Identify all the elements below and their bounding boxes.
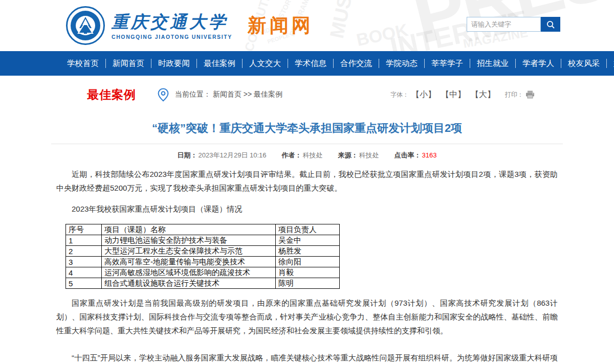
location-pin-icon xyxy=(158,88,169,102)
table-header-row: 序号项目（课题）名称项目负责人 xyxy=(66,224,340,235)
table-cell: 1 xyxy=(66,235,102,246)
date-label: 日期： xyxy=(178,151,198,159)
table-cell: 徐向阳 xyxy=(276,257,340,267)
nav-item-9[interactable]: 招生就业 xyxy=(470,59,516,68)
search-input[interactable] xyxy=(467,17,541,32)
site-header: PRESSCOMPUTERMUSICBOOKINTERNETHISTORYPRO… xyxy=(0,0,614,51)
page-tools: 字体： 【小】【中】【大】 打印： xyxy=(390,89,535,100)
table-cell: 4 xyxy=(66,267,102,278)
table-cell: 2 xyxy=(66,246,102,257)
site-name: 新闻网 xyxy=(248,13,314,38)
main-nav: 学校首页新闻首页时政要闻最佳案例人文交大学术信息合作交流学院动态莘莘学子招生就业… xyxy=(0,51,614,76)
nav-item-6[interactable]: 合作交流 xyxy=(334,59,379,68)
nav-item-5[interactable]: 学术信息 xyxy=(288,59,334,68)
nav-item-1[interactable]: 新闻首页 xyxy=(106,59,151,68)
breadcrumb-row: 最佳案例 当前位置： 新闻首页 >> 最佳案例 字体： 【小】【中】【大】 打印… xyxy=(51,80,563,109)
table-row: 2大型运河工程水生态安全保障技术与示范杨胜发 xyxy=(66,246,340,257)
table-row: 3高效高可靠空-地能量传输与电能变换技术徐向阳 xyxy=(66,257,340,267)
nav-item-8[interactable]: 莘莘学子 xyxy=(425,59,470,68)
font-size-button-0[interactable]: 【小】 xyxy=(411,90,436,99)
paragraph: 国家重点研发计划是当前我国最高级别的研发项目，由原来的国家重点基础研究发展计划（… xyxy=(56,296,558,337)
section-title: 最佳案例 xyxy=(87,87,136,103)
paragraphs-before-table: 近期，科技部陆续公布2023年度国家重点研发计划项目评审结果。截止目前，我校已经… xyxy=(56,167,558,216)
nav-item-11[interactable]: 校友风采 xyxy=(561,59,607,68)
table-header-cell: 项目负责人 xyxy=(276,224,340,235)
paragraph: “十四五”开局以来，学校主动融入服务国家重大发展战略，瞄准关键核心技术等重大战略… xyxy=(56,351,558,364)
location-label: 当前位置： xyxy=(175,90,211,98)
table-cell: 陈明 xyxy=(276,278,340,289)
meta-author: 作者：科技处 xyxy=(282,151,323,160)
paragraphs-after-table: 国家重点研发计划是当前我国最高级别的研发项目，由原来的国家重点基础研究发展计划（… xyxy=(56,296,558,364)
table-cell: 高效高可靠空-地能量传输与电能变换技术 xyxy=(102,257,276,267)
nav-item-0[interactable]: 学校首页 xyxy=(60,59,106,68)
meta-clicks: 点击率：3163 xyxy=(394,151,437,160)
table-cell: 组合式通航设施联合运行关键技术 xyxy=(102,278,276,289)
clicks-value: 3163 xyxy=(422,151,437,159)
table-cell: 肖毅 xyxy=(276,267,340,278)
table-cell: 动力锂电池运输安全防护技术与装备 xyxy=(102,235,276,246)
table-header-cell: 序号 xyxy=(66,224,102,235)
paragraph: 2023年我校获国家重点研发计划项目（课题）情况 xyxy=(56,202,558,216)
watermark-word: BOOK xyxy=(355,20,410,50)
table-cell: 3 xyxy=(66,257,102,267)
table-cell: 大型运河工程水生态安全保障技术与示范 xyxy=(102,246,276,257)
article: “硬核”突破！重庆交通大学牵头承担国家重点研发计划项目2项 日期：2023年12… xyxy=(51,121,563,364)
meta-source: 来源：科技处 xyxy=(338,151,379,160)
table-header-cell: 项目（课题）名称 xyxy=(102,224,276,235)
university-names: 重庆交通大学 CHONGQING JIAOTONG UNIVERSITY xyxy=(112,11,232,40)
university-name-en: CHONGQING JIAOTONG UNIVERSITY xyxy=(112,34,232,40)
font-size-button-1[interactable]: 【中】 xyxy=(441,90,466,99)
table-cell: 吴金中 xyxy=(276,235,340,246)
table-row: 1动力锂电池运输安全防护技术与装备吴金中 xyxy=(66,235,340,246)
nav-item-12[interactable]: 媒体交大 xyxy=(607,59,614,68)
paragraph: 近期，科技部陆续公布2023年度国家重点研发计划项目评审结果。截止目前，我校已经… xyxy=(56,167,558,195)
source-value: 科技处 xyxy=(359,151,379,159)
projects-table: 序号项目（课题）名称项目负责人 1动力锂电池运输安全防护技术与装备吴金中2大型运… xyxy=(65,224,340,289)
font-size-button-2[interactable]: 【大】 xyxy=(471,90,495,99)
table-cell: 杨胜发 xyxy=(276,246,340,257)
breadcrumb-path[interactable]: 新闻首页 >> 最佳案例 xyxy=(213,90,282,98)
article-body: 近期，科技部陆续公布2023年度国家重点研发计划项目评审结果。截止目前，我校已经… xyxy=(51,167,563,364)
date-value: 2023年12月29日 10:16 xyxy=(199,151,267,159)
article-meta: 日期：2023年12月29日 10:16 作者：科技处 来源：科技处 点击率：3… xyxy=(51,151,563,160)
print-icon[interactable] xyxy=(525,90,535,99)
university-name: 重庆交通大学 xyxy=(112,11,232,33)
nav-item-2[interactable]: 时政要闻 xyxy=(151,59,197,68)
font-size-buttons: 【小】【中】【大】 xyxy=(409,89,498,100)
university-seal-logo xyxy=(65,6,105,46)
clicks-label: 点击率： xyxy=(394,151,421,159)
font-size-label: 字体： xyxy=(390,90,409,99)
brand[interactable]: 重庆交通大学 CHONGQING JIAOTONG UNIVERSITY 新闻网 xyxy=(65,6,314,46)
nav-item-3[interactable]: 最佳案例 xyxy=(197,59,243,68)
print-label: 打印： xyxy=(505,90,523,99)
table-row: 4运河高敏感湿地区域环境低影响的疏浚技术肖毅 xyxy=(66,267,340,278)
table-row: 5组合式通航设施联合运行关键技术陈明 xyxy=(66,278,340,289)
nav-item-4[interactable]: 人文交大 xyxy=(243,59,288,68)
nav-item-7[interactable]: 学院动态 xyxy=(379,59,425,68)
search-icon xyxy=(546,20,555,29)
author-label: 作者： xyxy=(282,151,302,159)
search-button[interactable] xyxy=(541,17,560,32)
search-box xyxy=(467,17,560,32)
author-value: 科技处 xyxy=(303,151,323,159)
nav-item-10[interactable]: 学者学人 xyxy=(516,59,561,68)
table-cell: 5 xyxy=(66,278,102,289)
title-divider xyxy=(51,144,563,144)
page: PRESSCOMPUTERMUSICBOOKINTERNETHISTORYPRO… xyxy=(0,0,614,364)
article-title: “硬核”突破！重庆交通大学牵头承担国家重点研发计划项目2项 xyxy=(51,121,563,136)
table-cell: 运河高敏感湿地区域环境低影响的疏浚技术 xyxy=(102,267,276,278)
source-label: 来源： xyxy=(338,151,358,159)
watermark-word: MUSIC xyxy=(326,0,361,40)
breadcrumb: 当前位置： 新闻首页 >> 最佳案例 xyxy=(175,90,282,99)
meta-date: 日期：2023年12月29日 10:16 xyxy=(178,151,267,160)
